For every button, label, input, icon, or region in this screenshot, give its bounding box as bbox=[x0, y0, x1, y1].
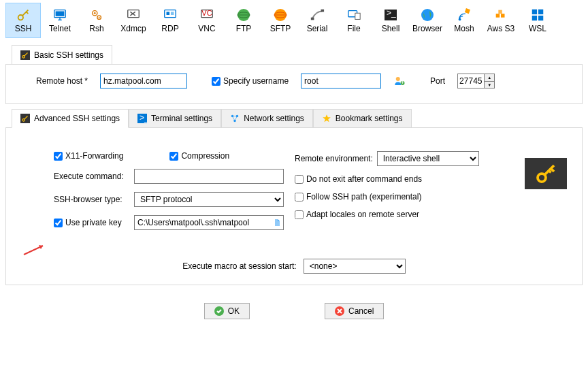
svg-line-56 bbox=[549, 171, 551, 173]
adapt-locales-label: Adapt locales on remote server bbox=[306, 210, 419, 219]
port-up[interactable]: ▲ bbox=[485, 74, 494, 81]
star-icon bbox=[322, 114, 331, 123]
tool-browser[interactable]: Browser bbox=[410, 3, 445, 38]
tool-file[interactable]: File bbox=[336, 3, 372, 38]
no-exit-label: Do not exit after command ends bbox=[306, 174, 422, 184]
tab-network[interactable]: Network settings bbox=[221, 109, 313, 128]
svg-rect-23 bbox=[311, 18, 314, 20]
key-icon bbox=[16, 7, 31, 22]
ok-check-icon bbox=[214, 306, 224, 316]
private-key-checkbox[interactable] bbox=[54, 219, 63, 227]
tool-telnet[interactable]: Telnet bbox=[42, 3, 78, 38]
network-icon bbox=[230, 114, 240, 123]
aws-cubes-icon bbox=[493, 7, 508, 22]
tab-advanced-ssh[interactable]: Advanced SSH settings bbox=[12, 109, 129, 128]
windows-icon bbox=[530, 7, 545, 22]
port-down[interactable]: ▼ bbox=[485, 81, 494, 88]
terminal-icon: >_ bbox=[383, 7, 398, 22]
compression-label: Compression bbox=[181, 151, 229, 161]
browse-file-icon[interactable] bbox=[271, 218, 283, 227]
svg-point-0 bbox=[18, 15, 23, 20]
svg-rect-31 bbox=[465, 8, 470, 14]
monitor-icon bbox=[52, 7, 67, 22]
browser-type-label: SSH-browser type: bbox=[54, 195, 130, 204]
remote-host-input[interactable] bbox=[100, 74, 187, 88]
follow-ssh-label: Follow SSH path (experimental) bbox=[306, 192, 421, 201]
private-key-path-input[interactable] bbox=[135, 216, 271, 229]
adapt-locales-checkbox[interactable] bbox=[295, 210, 304, 219]
dialog-footer: OK Cancel bbox=[0, 291, 588, 327]
svg-rect-24 bbox=[321, 10, 325, 12]
svg-rect-33 bbox=[501, 14, 505, 18]
cancel-x-icon bbox=[335, 306, 344, 316]
key-icon bbox=[20, 114, 30, 123]
vnc-monitor-icon: VC bbox=[199, 7, 214, 22]
tab-terminal[interactable]: >_ Terminal settings bbox=[129, 109, 221, 128]
svg-point-10 bbox=[99, 17, 100, 18]
svg-point-42 bbox=[396, 77, 400, 81]
tool-wsl[interactable]: WSL bbox=[520, 3, 555, 38]
svg-rect-34 bbox=[498, 10, 502, 14]
tool-ssh[interactable]: SSH bbox=[5, 3, 41, 38]
svg-point-53 bbox=[538, 174, 546, 182]
key-icon bbox=[20, 50, 30, 60]
cancel-button[interactable]: Cancel bbox=[325, 303, 384, 319]
tool-ftp[interactable]: FTP bbox=[226, 3, 261, 38]
ok-button[interactable]: OK bbox=[204, 303, 250, 319]
follow-ssh-checkbox[interactable] bbox=[295, 193, 304, 201]
svg-text:>_: >_ bbox=[387, 8, 396, 18]
svg-rect-26 bbox=[355, 13, 360, 19]
port-spinner[interactable]: ▲▼ bbox=[457, 74, 495, 88]
tab-bookmark[interactable]: Bookmark settings bbox=[313, 109, 412, 128]
svg-rect-38 bbox=[538, 16, 543, 20]
tool-xdmcp[interactable]: Xdmcp bbox=[116, 3, 151, 38]
svg-text:VC: VC bbox=[201, 9, 212, 17]
svg-rect-36 bbox=[538, 10, 543, 14]
svg-rect-13 bbox=[167, 12, 170, 15]
globe-green-icon bbox=[236, 7, 251, 22]
serial-cable-icon bbox=[310, 7, 325, 22]
tool-sftp[interactable]: SFTP bbox=[263, 3, 298, 38]
remote-host-label: Remote host * bbox=[36, 76, 88, 86]
tool-serial[interactable]: Serial bbox=[299, 3, 335, 38]
red-arrow-annotation bbox=[22, 244, 48, 256]
tool-awss3[interactable]: Aws S3 bbox=[483, 3, 519, 38]
svg-text:+: + bbox=[401, 79, 404, 86]
specify-username-checkbox[interactable] bbox=[212, 77, 220, 86]
compression-checkbox[interactable] bbox=[169, 152, 178, 161]
tool-vnc[interactable]: VC VNC bbox=[189, 3, 225, 38]
x11-label: X11-Forwarding bbox=[65, 151, 123, 161]
tool-shell[interactable]: >_ Shell bbox=[373, 3, 408, 38]
private-key-path-field[interactable] bbox=[134, 215, 284, 230]
tool-rdp[interactable]: RDP bbox=[152, 3, 188, 38]
tool-mosh[interactable]: Mosh bbox=[446, 3, 482, 38]
exec-cmd-label: Execute command: bbox=[54, 172, 130, 181]
key-badge-icon bbox=[525, 158, 567, 189]
svg-line-55 bbox=[551, 169, 555, 172]
browser-type-select[interactable]: SFTP protocol bbox=[134, 192, 284, 207]
file-computer-icon bbox=[346, 7, 361, 22]
svg-point-30 bbox=[459, 18, 461, 21]
private-key-label: Use private key bbox=[65, 218, 122, 227]
no-exit-checkbox[interactable] bbox=[295, 175, 304, 184]
svg-point-29 bbox=[421, 9, 434, 21]
svg-rect-14 bbox=[171, 12, 174, 15]
port-input[interactable] bbox=[458, 74, 484, 88]
x11-checkbox[interactable] bbox=[54, 152, 63, 161]
tool-rsh[interactable]: Rsh bbox=[79, 3, 114, 38]
macro-select[interactable]: <none> bbox=[304, 259, 406, 274]
user-picker-icon[interactable]: + bbox=[393, 75, 406, 87]
basic-ssh-panel: Basic SSH settings Remote host * Specify… bbox=[5, 64, 583, 104]
svg-rect-35 bbox=[532, 10, 537, 14]
svg-rect-37 bbox=[532, 16, 537, 20]
basic-ssh-tab[interactable]: Basic SSH settings bbox=[12, 45, 112, 64]
rdp-monitor-icon bbox=[163, 7, 178, 22]
svg-rect-4 bbox=[56, 12, 65, 16]
username-input[interactable] bbox=[301, 74, 381, 88]
remote-env-select[interactable]: Interactive shell bbox=[377, 151, 479, 166]
advanced-panel: Advanced SSH settings >_ Terminal settin… bbox=[5, 127, 583, 285]
macro-label: Execute macro at session start: bbox=[182, 261, 296, 271]
terminal-icon: >_ bbox=[137, 114, 147, 123]
exec-cmd-input[interactable] bbox=[134, 169, 284, 184]
x-monitor-icon bbox=[126, 7, 141, 22]
